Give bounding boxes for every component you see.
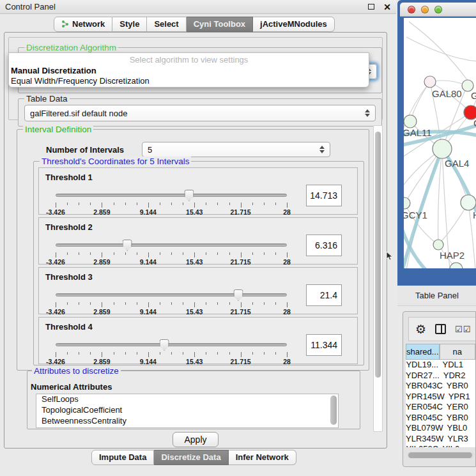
threshold-slider[interactable]: -3.4262.8599.14415.4321.71528	[56, 289, 287, 314]
tab-impute-data[interactable]: Impute Data	[91, 450, 154, 465]
threshold-box-1: Threshold 1-3.4262.8599.14415.4321.71528…	[38, 167, 358, 215]
slider-track[interactable]	[56, 343, 287, 346]
tab-network[interactable]: Network	[54, 17, 112, 32]
slider-scale-labels: -3.4262.8599.14415.4321.71528	[56, 208, 287, 215]
network-node-hap2[interactable]	[433, 240, 443, 250]
network-edge-thick	[404, 149, 442, 268]
slider-scale-labels: -3.4262.8599.14415.4321.71528	[56, 258, 287, 265]
gear-icon[interactable]: ⚙	[415, 323, 426, 335]
threshold-box-2: Threshold 2-3.4262.8599.14415.4321.71528…	[38, 217, 358, 265]
table-cell[interactable]: YER0	[443, 402, 475, 413]
close-traffic-light[interactable]	[408, 6, 415, 13]
combo-arrows-icon	[319, 146, 325, 153]
float-window-icon[interactable]	[368, 4, 374, 10]
table-row[interactable]: YPR145WYPR1	[406, 392, 475, 403]
threshold-slider[interactable]: -3.4262.8599.14415.4321.71528	[56, 240, 287, 264]
checkbox-icons[interactable]: ☑☑	[455, 325, 471, 334]
network-node-gal80[interactable]	[424, 76, 436, 88]
tab-jactivemnodules[interactable]: jActiveMNodules	[253, 17, 335, 32]
network-node-label: GAL11	[404, 127, 432, 138]
table-cell[interactable]: YDL1	[439, 360, 476, 371]
threshold-slider[interactable]: -3.4262.8599.14415.4321.71528	[56, 339, 287, 364]
table-cell[interactable]: YLR345W	[406, 434, 443, 445]
slider-handle[interactable]	[233, 289, 243, 301]
attribute-item-topologicalcoefficient[interactable]: TopologicalCoefficient	[36, 405, 338, 416]
control-panel-title: Control Panel	[5, 2, 56, 12]
table-row[interactable]: YDR27...YDR2	[406, 371, 475, 381]
network-node-gcy1[interactable]	[404, 197, 410, 209]
table-column-header-1[interactable]: shared...	[406, 344, 440, 360]
table-column-header-2[interactable]: na	[440, 344, 475, 360]
table-row[interactable]: YBR043CYBR0	[406, 381, 475, 392]
tab-label: jActiveMNodules	[260, 19, 327, 29]
table-cell[interactable]: YIL0	[439, 444, 476, 447]
algorithm-option-manual-discretization[interactable]: Manual Discretization	[9, 66, 369, 76]
algorithm-option-equal-width-frequency-discretization[interactable]: Equal Width/Frequency Discretization	[9, 76, 369, 86]
table-hscrollbar-thumb[interactable]	[408, 452, 472, 458]
table-horizontal-scrollbar[interactable]	[407, 452, 475, 459]
threshold-value-field[interactable]: 21.4	[306, 284, 342, 306]
tab-style[interactable]: Style	[112, 17, 147, 32]
numerical-attributes-list[interactable]: SelfLoopsTopologicalCoefficientBetweenne…	[36, 394, 339, 428]
slider-track[interactable]	[56, 243, 287, 247]
network-node-label: H	[473, 210, 476, 220]
vertical-scrollbar[interactable]	[373, 125, 383, 432]
node-table[interactable]: shared...na YDL19...YDL1YDR27...YDR2YBR0…	[406, 344, 475, 447]
combo-arrows-icon	[365, 109, 370, 117]
threshold-value-field[interactable]: 11.344	[306, 334, 342, 356]
network-canvas[interactable]: GAL80GCGAL11GAL4GCY1HHAP2	[404, 18, 476, 268]
table-cell[interactable]: YIL052C	[406, 444, 439, 447]
table-cell[interactable]: YPR145W	[406, 392, 445, 403]
tab-infer-network[interactable]: Infer Network	[229, 450, 296, 465]
table-row[interactable]: YER054CYER0	[406, 402, 475, 413]
threshold-value-field[interactable]: 6.316	[306, 234, 342, 256]
table-cell[interactable]: YER054C	[406, 402, 443, 413]
table-cell[interactable]: YBR0	[443, 413, 475, 424]
table-cell[interactable]: YBR0	[443, 381, 475, 392]
slider-handle[interactable]	[123, 240, 132, 251]
table-row[interactable]: YBL079WYBL0	[406, 423, 475, 434]
number-of-intervals-combo[interactable]: 5	[142, 142, 330, 157]
slider-handle[interactable]	[160, 339, 169, 351]
tab-select[interactable]: Select	[147, 17, 186, 32]
network-window-titlebar[interactable]	[400, 3, 476, 17]
threshold-slider[interactable]: -3.4262.8599.14415.4321.71528	[56, 190, 287, 214]
table-cell[interactable]: YBR043C	[406, 381, 443, 392]
table-cell[interactable]: YBL0	[443, 423, 475, 434]
close-icon[interactable]: ✕	[383, 3, 391, 12]
threshold-value-field[interactable]: 14.713	[306, 185, 342, 206]
network-node-h[interactable]	[461, 195, 476, 210]
minimize-traffic-light[interactable]	[421, 6, 429, 13]
control-panel-titlebar: Control Panel ✕	[0, 0, 396, 14]
table-cell[interactable]: YDL19...	[406, 360, 439, 371]
slider-handle[interactable]	[184, 190, 194, 201]
table-row[interactable]: YLR345WYLR3	[406, 434, 475, 445]
control-panel-tabs: NetworkStyleSelectCyni ToolboxjActiveMNo…	[54, 17, 335, 32]
table-cell[interactable]: YDR2	[440, 371, 475, 381]
table-panel-body: ⚙ ☑☑ shared...na YDL19...YDL1YDR27...YDR…	[403, 311, 476, 467]
zoom-traffic-light[interactable]	[434, 6, 442, 13]
tab-cyni-toolbox[interactable]: Cyni Toolbox	[187, 17, 253, 32]
table-cell[interactable]: YBR045C	[406, 413, 443, 424]
network-node-gal4[interactable]	[433, 139, 452, 158]
table-header: shared...na	[406, 344, 475, 360]
apply-button[interactable]: Apply	[173, 432, 219, 447]
table-cell[interactable]: YBL079W	[406, 423, 443, 434]
slider-track[interactable]	[56, 194, 287, 197]
table-row[interactable]: YDL19...YDL1	[406, 360, 475, 371]
table-row[interactable]: YIL052CYIL0	[406, 444, 475, 447]
table-data-combo[interactable]: galFiltered.sif default node	[24, 105, 376, 121]
tab-discretize-data[interactable]: Discretize Data	[154, 450, 228, 465]
vertical-scrollbar-thumb[interactable]	[375, 132, 381, 378]
table-cell[interactable]: YPR1	[445, 392, 475, 403]
table-cell[interactable]: YLR3	[443, 434, 475, 445]
attribute-item-selfloops[interactable]: SelfLoops	[36, 394, 338, 405]
table-row[interactable]: YBR045CYBR0	[406, 413, 475, 424]
threshold-label: Threshold 2	[45, 222, 93, 232]
network-node-gal11[interactable]	[404, 115, 417, 128]
attributes-scrollbar-thumb[interactable]	[330, 395, 337, 425]
columns-icon[interactable]	[435, 324, 446, 334]
slider-track[interactable]	[56, 293, 287, 296]
table-cell[interactable]: YDR27...	[406, 371, 440, 381]
attribute-item-betweennesscentrality[interactable]: BetweennessCentrality	[36, 416, 338, 427]
